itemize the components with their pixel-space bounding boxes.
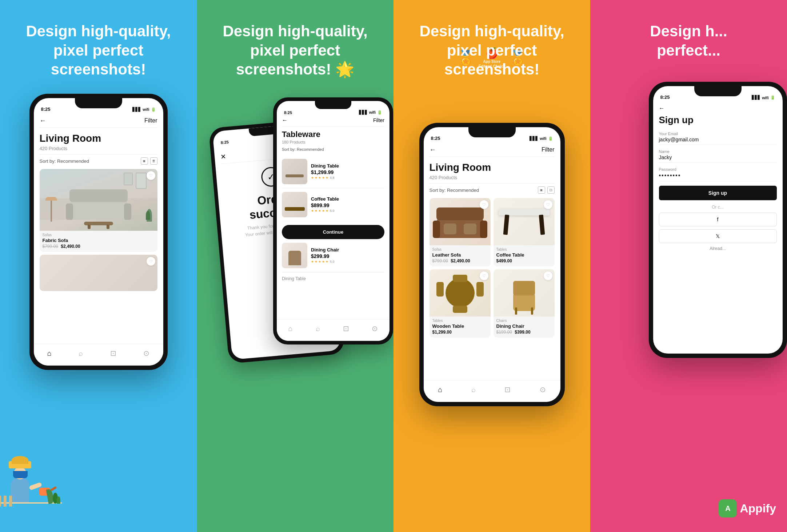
list-item-coffee-table[interactable]: Coffee Table $899.99 ★★★★★ 5.0 xyxy=(282,188,384,221)
profile-nav-3[interactable]: ⊙ xyxy=(540,385,546,394)
list-icon-3[interactable]: ☐ xyxy=(547,186,555,194)
column-4: Design h...perfect... 8:25 ▋▋▋ wifi 🔋 ← … xyxy=(590,0,787,532)
dining-chair-img xyxy=(282,243,307,268)
sort-icons-3[interactable]: ⊞ ☐ xyxy=(538,186,555,194)
battery-3: 🔋 xyxy=(548,136,553,141)
profile-nav-item[interactable]: ⊙ xyxy=(143,349,149,358)
tableware-count: 180 Products xyxy=(282,140,384,144)
price-old-leather: $799.00 xyxy=(432,258,448,263)
sort-row-1: Sort by: Recommended ⊞ ☰ xyxy=(40,157,157,165)
page-title-1: Living Room xyxy=(40,132,157,145)
battery-icon: 🔋 xyxy=(151,107,156,112)
signup-title: Sign up xyxy=(659,114,777,126)
password-value: •••••••• xyxy=(659,172,777,181)
price-wood-table: $1,299.00 xyxy=(432,330,488,335)
cart-nav-3[interactable]: ⊡ xyxy=(504,385,511,394)
phone-3: 8:25 ▋▋▋ wifi 🔋 ← Filter Living Room 420… xyxy=(419,123,565,406)
back-arrow-signup[interactable]: ← xyxy=(659,105,777,112)
search-nav-item[interactable]: ⌕ xyxy=(79,349,83,358)
wishlist-dining-chair[interactable]: ♡ xyxy=(544,271,552,280)
search-nav-3[interactable]: ⌕ xyxy=(471,386,476,394)
tableware-title: Tableware xyxy=(282,130,384,139)
price-old-sofa: $799.00 xyxy=(43,244,58,249)
bottom-nav-3: ⌂ ⌕ ⊡ ⊙ xyxy=(424,380,560,402)
search-nav-front[interactable]: ⌕ xyxy=(316,325,320,333)
facebook-icon: f xyxy=(717,217,719,222)
column-3: Design high-quality, pixel perfect scree… xyxy=(394,0,590,532)
dining-table-rating: ★★★★★ 4.8 xyxy=(311,176,384,180)
nav-bar-1: ← Filter xyxy=(40,114,157,128)
wishlist-wood-table[interactable]: ♡ xyxy=(480,271,488,280)
facebook-btn[interactable]: f xyxy=(659,213,777,226)
signup-screen: ← Sign up Your Email jacky@gmail.com Nam… xyxy=(653,102,783,254)
sort-label-1: Sort by: Recommended xyxy=(40,158,89,164)
sofa-product-image: ♡ xyxy=(40,169,157,231)
signal-3: ▋▋▋ xyxy=(530,136,538,141)
nav-bar-3: ← Filter xyxy=(430,143,555,157)
price-old-chair: $199.00 xyxy=(496,330,512,335)
column-2: Design high-quality, pixel perfect scree… xyxy=(197,0,394,532)
home-nav-front[interactable]: ⌂ xyxy=(288,325,292,333)
back-button-1[interactable]: ← xyxy=(40,117,46,125)
phone-3-wrapper: 8:25 ▋▋▋ wifi 🔋 ← Filter Living Room 420… xyxy=(419,123,565,406)
wishlist-coffee-table[interactable]: ♡ xyxy=(544,200,552,209)
gardening-illustration xyxy=(0,438,69,510)
appify-logo: A xyxy=(719,499,737,517)
appify-badge: A Appify xyxy=(719,499,776,517)
product-card-dining-chair[interactable]: ♡ Chairs Dining Chair $199.00 $399.00 xyxy=(494,269,555,338)
grid-icon-3[interactable]: ⊞ xyxy=(538,186,545,194)
product-card-sofa[interactable]: ♡ Sofas Fabric Sofa $799.00 $2,490.00 xyxy=(40,169,157,252)
home-nav-3[interactable]: ⌂ xyxy=(438,386,442,394)
signup-button[interactable]: Sign up xyxy=(659,186,777,200)
wifi-4: wifi xyxy=(762,96,768,100)
price-new-sofa: $2,490.00 xyxy=(61,244,80,249)
cat-wood-table: Tables xyxy=(432,319,488,323)
coffee-table-price: $899.99 xyxy=(311,202,384,208)
dining-table-2-label: Dining Table xyxy=(282,272,384,285)
dining-chair-product-image: ♡ xyxy=(494,269,555,317)
time-3: 8:25 xyxy=(431,136,440,141)
product-image-2: ♡ xyxy=(40,255,157,291)
wifi-front: wifi xyxy=(369,110,376,114)
profile-nav-front[interactable]: ⊙ xyxy=(372,324,378,333)
product-card-coffee-table[interactable]: ♡ Tables Coffee Table $499.00 xyxy=(494,198,555,266)
status-icons-3: ▋▋▋ wifi 🔋 xyxy=(530,136,553,141)
wishlist-leather-sofa[interactable]: ♡ xyxy=(480,200,488,209)
app-screen-1: ← Filter Living Room 420 Products Sort b… xyxy=(34,114,163,366)
name-coffee-table: Coffee Table xyxy=(496,252,552,258)
phone-front-col2: 8:25 ▋▋▋ wifi 🔋 ← Filter Tableware xyxy=(273,97,393,344)
cart-nav-item[interactable]: ⊡ xyxy=(110,349,116,358)
wishlist-btn-sofa[interactable]: ♡ xyxy=(147,171,155,180)
grid-view-icon[interactable]: ⊞ xyxy=(141,157,148,165)
col2-headline: Design high-quality, pixel perfect scree… xyxy=(211,22,379,79)
back-button-3[interactable]: ← xyxy=(430,146,436,154)
list-item-dining-chair[interactable]: Dining Chair $299.99 ★★★★★ 5.0 xyxy=(282,239,384,272)
home-nav-item[interactable]: ⌂ xyxy=(47,349,52,358)
battery-4: 🔋 xyxy=(770,95,775,100)
back-btn-front[interactable]: ← xyxy=(282,117,288,124)
cart-nav-front[interactable]: ⊡ xyxy=(343,324,349,333)
twitter-btn[interactable]: 𝕏 xyxy=(659,229,777,243)
notch-1 xyxy=(75,98,122,108)
product-card-2[interactable]: ♡ xyxy=(40,255,157,291)
list-item-dining-table[interactable]: Dining Table $1,299.99 ★★★★★ 4.8 xyxy=(282,155,384,188)
email-value: jacky@gmail.com xyxy=(659,137,777,145)
wishlist-btn-2[interactable]: ♡ xyxy=(147,257,155,266)
appify-text: Appify xyxy=(740,502,776,515)
card-name-sofa: Fabric Sofa xyxy=(43,238,155,243)
dining-table-img xyxy=(282,159,307,184)
phone-1: 8:25 ▋▋▋ wifi 🔋 ← Filter Living Room 420… xyxy=(29,94,168,370)
product-card-wood-table[interactable]: ♡ Tables Wooden Table $1,299.00 xyxy=(430,269,491,338)
nav-title-1: Filter xyxy=(144,117,157,124)
product-card-leather-sofa[interactable]: ♡ Sofas Leather Sofa $799.00 $2,490.00 xyxy=(430,198,491,266)
close-btn-back[interactable]: ✕ xyxy=(220,152,226,161)
continue-button[interactable]: Continue xyxy=(282,225,384,239)
sort-icons-1[interactable]: ⊞ ☰ xyxy=(141,157,157,165)
cat-coffee-table: Tables xyxy=(496,247,552,251)
price-new-wood: $1,299.00 xyxy=(432,330,452,335)
list-view-icon[interactable]: ☰ xyxy=(150,157,157,165)
notch-small-front xyxy=(315,101,351,109)
price-new-leather: $2,490.00 xyxy=(451,258,470,263)
card-category-sofa: Sofas xyxy=(43,233,155,237)
price-new-coffee: $499.00 xyxy=(496,258,512,263)
